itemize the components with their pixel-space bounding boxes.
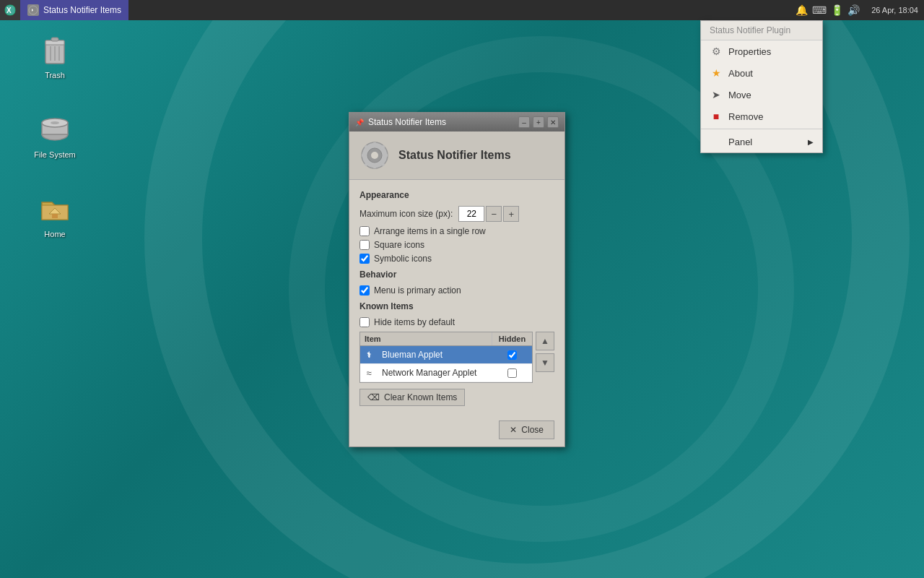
table-row[interactable]: ≈ Network Manager Applet <box>360 364 532 382</box>
menu-primary-row: Menu is primary action <box>359 285 554 296</box>
svg-rect-19 <box>362 154 366 157</box>
svg-rect-4 <box>51 38 58 41</box>
taskbar-right: 🔔 ⌨ 🔋 🔊 26 Apr, 18:04 <box>790 0 924 20</box>
svg-point-11 <box>51 121 59 124</box>
home-icon <box>38 191 72 225</box>
hide-default-row: Hide items by default <box>359 317 554 327</box>
table-header: Item Hidden <box>360 332 532 346</box>
dialog-pin-btn[interactable]: 📌 <box>355 118 364 126</box>
dialog-title-text: Status Notifier Items <box>368 117 446 127</box>
notification-icon[interactable]: 🔔 <box>796 4 808 16</box>
battery-icon[interactable]: 🔋 <box>831 4 843 16</box>
panel-label: Panel <box>728 137 752 147</box>
table-row[interactable]: ⚕ Blueman Applet <box>360 346 532 364</box>
row-name-blueman: Blueman Applet <box>378 347 492 363</box>
move-down-btn[interactable]: ▼ <box>536 353 554 372</box>
close-btn-label: Close <box>521 425 544 435</box>
icon-size-input[interactable] <box>458 206 484 222</box>
taskbar: X Status Notifier Items 🔔 ⌨ 🔋 🔊 26 Apr, … <box>0 0 924 20</box>
icon-size-increment-btn[interactable]: + <box>503 206 519 222</box>
svg-point-16 <box>371 152 378 159</box>
row-icon-network: ≈ <box>360 364 378 381</box>
dialog-minimize-btn[interactable]: – <box>518 116 530 128</box>
app-icon <box>27 4 39 16</box>
symbolic-icons-checkbox[interactable] <box>359 254 370 264</box>
taskbar-app-title: Status Notifier Items <box>43 5 121 15</box>
square-icons-row: Square icons <box>359 240 554 250</box>
start-button[interactable]: X <box>0 0 20 20</box>
properties-icon: ⚙ <box>710 45 723 58</box>
appearance-section-title: Appearance <box>359 190 554 200</box>
dialog-footer: ✕ Close <box>349 413 565 447</box>
arrange-single-row-row: Arrange items in a single row <box>359 226 554 236</box>
dialog-body: Appearance Maximum icon size (px): − + A… <box>349 180 565 413</box>
move-icon: ➤ <box>710 88 723 101</box>
close-icon: ✕ <box>510 425 517 435</box>
trash-icon <box>38 32 72 66</box>
row-hidden-blueman <box>492 348 532 363</box>
svg-rect-20 <box>383 154 388 157</box>
arrange-single-row-label: Arrange items in a single row <box>374 226 486 236</box>
filesystem-icon <box>38 111 72 146</box>
move-up-btn[interactable]: ▲ <box>536 332 554 350</box>
table-side-buttons: ▲ ▼ <box>536 332 554 383</box>
network-hidden-checkbox[interactable] <box>507 368 517 378</box>
arrange-single-row-checkbox[interactable] <box>359 226 370 236</box>
dialog-maximize-btn[interactable]: + <box>533 116 544 128</box>
clear-icon: ⌫ <box>367 392 380 402</box>
svg-rect-17 <box>373 142 376 147</box>
dialog-header: Status Notifier Items <box>349 131 565 180</box>
dialog-titlebar: 📌 Status Notifier Items – + ✕ <box>349 113 565 131</box>
row-icon-bluetooth: ⚕ <box>360 346 378 363</box>
known-items-table: Item Hidden ⚕ Blueman Applet <box>359 332 533 383</box>
clear-btn-label: Clear Known Items <box>384 392 457 402</box>
col-header-hidden: Hidden <box>492 332 532 345</box>
square-icons-label: Square icons <box>374 240 424 250</box>
taskbar-app-item[interactable]: Status Notifier Items <box>20 0 128 20</box>
status-notifier-dialog: 📌 Status Notifier Items – + ✕ <box>349 112 565 447</box>
menu-item-move[interactable]: ➤ Move <box>701 84 822 105</box>
desktop-icon-filesystem[interactable]: File System <box>26 108 84 163</box>
move-label: Move <box>728 90 751 100</box>
close-btn[interactable]: ✕ Close <box>499 420 554 439</box>
square-icons-checkbox[interactable] <box>359 240 370 250</box>
menu-item-panel[interactable]: Panel ▶ <box>701 131 822 152</box>
trash-label: Trash <box>42 69 68 81</box>
icon-size-spinbox: − + <box>458 206 519 222</box>
desktop-icon-trash[interactable]: Trash <box>26 29 84 84</box>
remove-label: Remove <box>728 111 763 122</box>
context-menu-header: Status Notifier Plugin <box>701 21 822 40</box>
svg-text:X: X <box>6 7 12 14</box>
panel-icon <box>710 135 723 148</box>
menu-item-properties[interactable]: ⚙ Properties <box>701 40 822 62</box>
row-hidden-network <box>492 366 532 381</box>
panel-submenu-arrow: ▶ <box>808 138 814 146</box>
filesystem-label: File System <box>31 149 78 160</box>
home-label: Home <box>41 228 68 240</box>
about-icon: ★ <box>710 66 723 79</box>
volume-icon[interactable]: 🔊 <box>847 4 860 16</box>
svg-rect-18 <box>373 164 376 168</box>
menu-item-remove[interactable]: ■ Remove <box>701 105 822 127</box>
desktop-icon-home[interactable]: Home <box>26 188 84 243</box>
hide-default-checkbox[interactable] <box>359 317 370 327</box>
hide-default-label: Hide items by default <box>374 317 455 327</box>
dialog-header-title: Status Notifier Items <box>398 149 511 162</box>
dialog-close-titlebar-btn[interactable]: ✕ <box>547 116 559 128</box>
icon-size-decrement-btn[interactable]: − <box>486 206 502 222</box>
blueman-hidden-checkbox[interactable] <box>507 350 517 360</box>
context-menu: Status Notifier Plugin ⚙ Properties ★ Ab… <box>700 20 823 153</box>
menu-item-about[interactable]: ★ About <box>701 62 822 84</box>
menu-primary-checkbox[interactable] <box>359 285 370 296</box>
desktop: X Status Notifier Items 🔔 ⌨ 🔋 🔊 26 Apr, … <box>0 0 924 578</box>
dialog-header-icon <box>359 140 390 171</box>
behavior-section-title: Behavior <box>359 269 554 280</box>
svg-rect-13 <box>52 214 58 218</box>
keyboard-icon[interactable]: ⌨ <box>812 4 827 16</box>
known-items-section-title: Known Items <box>359 301 554 311</box>
tray-area: 🔔 ⌨ 🔋 🔊 <box>796 4 860 16</box>
clear-known-items-btn[interactable]: ⌫ Clear Known Items <box>359 389 465 406</box>
menu-divider <box>701 129 822 129</box>
max-icon-size-label: Maximum icon size (px): <box>359 209 453 219</box>
symbolic-icons-row: Symbolic icons <box>359 254 554 264</box>
